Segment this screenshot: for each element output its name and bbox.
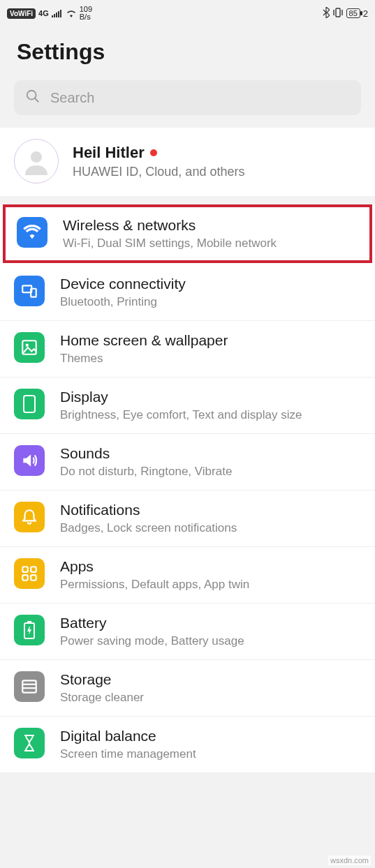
item-storage[interactable]: Storage Storage cleaner: [0, 660, 375, 717]
item-desc: Power saving mode, Battery usage: [60, 634, 244, 648]
search-icon: [25, 89, 41, 107]
sound-icon: [14, 445, 45, 476]
svg-rect-21: [27, 621, 31, 623]
svg-rect-0: [52, 15, 53, 17]
hourglass-icon: [14, 728, 45, 758]
svg-rect-19: [31, 575, 36, 581]
battery-icon: [14, 615, 45, 645]
vowifi-badge: VoWiFi: [7, 8, 36, 19]
wifi-status-icon: [66, 9, 77, 17]
signal-icon: [52, 9, 63, 17]
devices-icon: [14, 276, 45, 306]
item-desc: Themes: [60, 352, 228, 366]
account-name: Heil Hitler: [73, 144, 145, 162]
item-title: Wireless & networks: [63, 217, 277, 234]
item-desc: Permissions, Default apps, App twin: [60, 578, 249, 592]
account-subtitle: HUAWEI ID, Cloud, and others: [73, 165, 244, 179]
page-title: Settings: [0, 24, 375, 80]
svg-rect-4: [60, 10, 61, 17]
status-left: VoWiFi 4G 109 B/s: [7, 6, 92, 21]
wifi-icon: [17, 217, 47, 248]
account-text: Heil Hitler HUAWEI ID, Cloud, and others: [73, 144, 244, 179]
phone-icon: [14, 389, 45, 419]
svg-point-8: [27, 91, 36, 100]
item-device-connectivity[interactable]: Device connectivity Bluetooth, Printing: [0, 264, 375, 321]
network-4g-label: 4G: [38, 9, 49, 17]
vibrate-icon: [332, 8, 344, 20]
item-title: Storage: [60, 671, 144, 688]
svg-rect-17: [31, 567, 36, 572]
item-title: Device connectivity: [60, 276, 186, 292]
item-desc: Bluetooth, Printing: [60, 295, 186, 309]
item-home-screen-wallpaper[interactable]: Home screen & wallpaper Themes: [0, 321, 375, 377]
search-bar[interactable]: [14, 80, 361, 115]
item-desc: Badges, Lock screen notifications: [60, 521, 237, 535]
item-title: Home screen & wallpaper: [60, 332, 228, 349]
item-desc: Screen time management: [60, 747, 196, 761]
svg-point-10: [31, 151, 42, 163]
bell-icon: [14, 502, 45, 532]
svg-rect-2: [56, 13, 57, 17]
item-notifications[interactable]: Notifications Badges, Lock screen notifi…: [0, 491, 375, 547]
apps-icon: [14, 558, 45, 589]
item-title: Digital balance: [60, 728, 196, 744]
item-title: Display: [60, 389, 302, 405]
item-desc: Storage cleaner: [60, 691, 144, 705]
settings-list: Wireless & networks Wi-Fi, Dual SIM sett…: [0, 204, 375, 772]
status-extra: 2: [363, 8, 368, 19]
item-title: Notifications: [60, 502, 237, 518]
svg-rect-15: [24, 396, 35, 412]
status-bar: VoWiFi 4G 109 B/s 85 2: [0, 0, 375, 24]
svg-rect-5: [336, 8, 340, 17]
image-icon: [14, 332, 45, 363]
account-row[interactable]: Heil Hitler HUAWEI ID, Cloud, and others: [0, 128, 375, 196]
svg-rect-1: [54, 14, 55, 17]
svg-rect-3: [58, 11, 59, 17]
data-rate: 109 B/s: [80, 6, 92, 21]
status-right: 85 2: [323, 7, 368, 20]
item-wireless-networks[interactable]: Wireless & networks Wi-Fi, Dual SIM sett…: [3, 204, 372, 263]
bluetooth-icon: [323, 7, 330, 20]
item-desc: Do not disturb, Ringtone, Vibrate: [60, 465, 232, 479]
svg-rect-18: [22, 575, 28, 581]
item-desc: Wi-Fi, Dual SIM settings, Mobile network: [63, 237, 277, 250]
item-digital-balance[interactable]: Digital balance Screen time management: [0, 717, 375, 772]
avatar: [14, 139, 59, 184]
notification-dot-icon: [150, 149, 157, 156]
battery-indicator: 85: [346, 8, 360, 18]
storage-icon: [14, 671, 45, 702]
item-title: Sounds: [60, 445, 232, 462]
item-apps[interactable]: Apps Permissions, Default apps, App twin: [0, 547, 375, 604]
item-desc: Brightness, Eye comfort, Text and displa…: [60, 408, 302, 422]
svg-line-9: [35, 98, 39, 103]
item-display[interactable]: Display Brightness, Eye comfort, Text an…: [0, 377, 375, 434]
section-gap: [0, 196, 375, 203]
svg-rect-22: [22, 680, 36, 692]
item-title: Apps: [60, 558, 249, 575]
item-sounds[interactable]: Sounds Do not disturb, Ringtone, Vibrate: [0, 434, 375, 491]
svg-rect-16: [22, 567, 28, 572]
search-input[interactable]: [50, 90, 350, 106]
item-title: Battery: [60, 615, 244, 631]
rate-unit: B/s: [80, 13, 92, 21]
item-battery[interactable]: Battery Power saving mode, Battery usage: [0, 604, 375, 660]
svg-point-14: [26, 344, 29, 347]
